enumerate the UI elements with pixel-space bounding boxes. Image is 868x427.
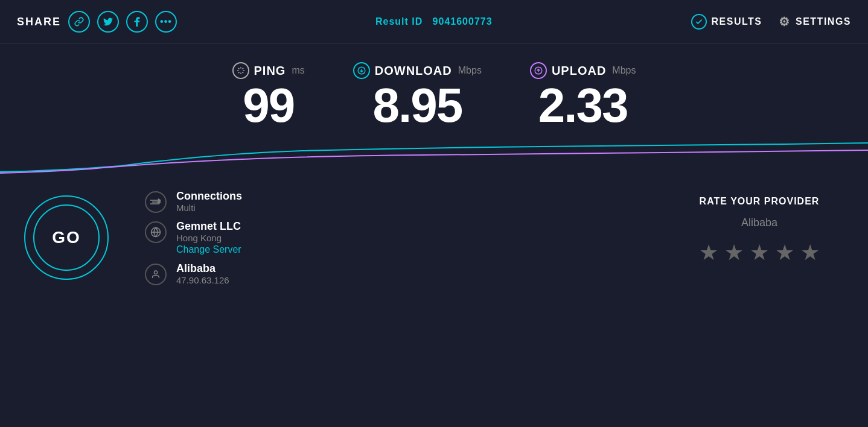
upload-value: 2.33 (538, 81, 628, 130)
globe-icon (145, 221, 167, 243)
rate-provider-name: Alibaba (741, 217, 777, 229)
server-location: Hong Kong (176, 233, 241, 243)
go-button[interactable]: GO (24, 195, 109, 280)
link-icon[interactable] (68, 11, 90, 33)
provider-row: Alibaba 47.90.63.126 (145, 262, 651, 285)
results-button[interactable]: RESULTS (691, 14, 762, 30)
connections-row: Connections Multi (145, 190, 651, 213)
change-server-link[interactable]: Change Server (176, 244, 241, 255)
svg-point-9 (154, 271, 157, 274)
server-row: Gemnet LLC Hong Kong Change Server (145, 220, 651, 255)
star-4[interactable]: ★ (775, 240, 794, 265)
more-icon[interactable]: ••• (155, 11, 177, 33)
go-label: GO (52, 228, 81, 247)
result-id-section: Result ID 9041600773 (375, 16, 493, 27)
bottom-section: GO Connections Multi (0, 178, 868, 297)
connections-title: Connections (176, 190, 242, 203)
upload-label: UPLOAD (552, 64, 606, 78)
provider-ip: 47.90.63.126 (176, 275, 229, 285)
upload-stat: UPLOAD Mbps 2.33 (530, 62, 636, 130)
twitter-icon[interactable] (97, 11, 119, 33)
ping-icon (232, 62, 249, 79)
results-check-icon (691, 14, 707, 30)
connections-value: Multi (176, 203, 242, 213)
server-title: Gemnet LLC (176, 220, 241, 233)
header: SHARE ••• Result ID 9041600773 (0, 0, 868, 44)
star-2[interactable]: ★ (724, 240, 744, 265)
star-rating: ★ ★ ★ ★ ★ (699, 240, 820, 265)
rate-section: RATE YOUR PROVIDER Alibaba ★ ★ ★ ★ ★ (675, 190, 844, 285)
connections-text: Connections Multi (176, 190, 242, 213)
download-icon (353, 62, 370, 79)
star-1[interactable]: ★ (699, 240, 718, 265)
ping-stat: PING ms 99 (232, 62, 305, 130)
info-section: Connections Multi Gemnet LLC Hong Kong C… (145, 190, 651, 285)
go-button-wrapper: GO (24, 190, 109, 285)
server-text: Gemnet LLC Hong Kong Change Server (176, 220, 241, 255)
connections-icon (145, 191, 167, 213)
upload-unit: Mbps (612, 65, 636, 76)
star-3[interactable]: ★ (750, 240, 769, 265)
ping-label: PING (254, 64, 286, 78)
results-label: RESULTS (712, 16, 762, 27)
rate-title: RATE YOUR PROVIDER (700, 196, 820, 207)
download-unit: Mbps (458, 65, 482, 76)
ping-unit: ms (292, 65, 304, 76)
ping-value: 99 (243, 81, 294, 130)
download-stat: DOWNLOAD Mbps 8.95 (353, 62, 482, 130)
provider-title: Alibaba (176, 262, 229, 275)
share-label: SHARE (17, 16, 61, 28)
provider-text: Alibaba 47.90.63.126 (176, 262, 229, 285)
result-id-label: Result ID (375, 16, 423, 27)
gear-icon: ⚙ (779, 14, 791, 29)
share-section: SHARE ••• (17, 11, 177, 33)
result-id-value: 9041600773 (433, 16, 493, 27)
header-right: RESULTS ⚙ SETTINGS (691, 14, 852, 30)
download-value: 8.95 (372, 81, 462, 130)
facebook-icon[interactable] (126, 11, 148, 33)
settings-button[interactable]: ⚙ SETTINGS (779, 14, 851, 29)
upload-icon (530, 62, 547, 79)
settings-label: SETTINGS (796, 16, 851, 27)
speed-graph (0, 130, 868, 178)
stats-section: PING ms 99 DOWNLOAD Mbps 8.95 (0, 44, 868, 136)
download-label: DOWNLOAD (375, 64, 452, 78)
star-5[interactable]: ★ (800, 240, 820, 265)
person-icon (145, 264, 167, 285)
